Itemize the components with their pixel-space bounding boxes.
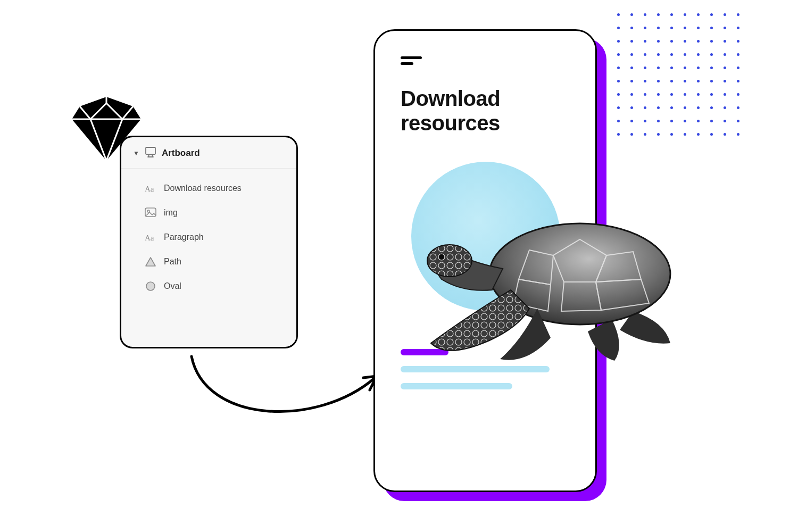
layer-label: Paragraph bbox=[164, 232, 204, 242]
dot-grid-decor bbox=[612, 8, 745, 141]
layer-label: Download resources bbox=[164, 184, 242, 193]
svg-line-5 bbox=[148, 154, 149, 157]
diagram-canvas: ▼ Artboard Aa Download resources bbox=[0, 0, 798, 532]
oval-icon bbox=[145, 280, 156, 292]
svg-rect-3 bbox=[146, 147, 155, 154]
layer-label: img bbox=[164, 208, 178, 218]
text-icon: Aa bbox=[145, 231, 156, 243]
svg-text:Aa: Aa bbox=[145, 185, 154, 193]
layer-item[interactable]: Path bbox=[121, 250, 296, 274]
layer-item[interactable]: Aa Paragraph bbox=[121, 225, 296, 250]
phone-heading: Download resources bbox=[401, 86, 574, 135]
layer-list: Aa Download resources img Aa Paragraph bbox=[121, 169, 296, 298]
artboard-icon bbox=[145, 147, 156, 160]
collapse-chevron-icon[interactable]: ▼ bbox=[133, 149, 139, 157]
layers-panel-header[interactable]: ▼ Artboard bbox=[121, 137, 296, 168]
svg-line-6 bbox=[152, 154, 153, 157]
phone-heading-line1: Download bbox=[401, 87, 500, 110]
image-icon bbox=[145, 207, 156, 219]
layer-item[interactable]: img bbox=[121, 201, 296, 225]
turtle-image bbox=[420, 210, 676, 364]
svg-point-22 bbox=[427, 245, 472, 277]
path-icon bbox=[145, 256, 156, 268]
placeholder-bar bbox=[401, 366, 550, 372]
layer-item[interactable]: Aa Download resources bbox=[121, 176, 296, 201]
phone-heading-line2: resources bbox=[401, 111, 500, 135]
placeholder-bar bbox=[401, 383, 512, 389]
svg-point-12 bbox=[146, 282, 155, 290]
layers-panel: ▼ Artboard Aa Download resources bbox=[120, 136, 298, 348]
hamburger-menu-icon[interactable] bbox=[401, 56, 422, 65]
artboard-label: Artboard bbox=[162, 148, 200, 159]
layer-item[interactable]: Oval bbox=[121, 274, 296, 298]
svg-text:Aa: Aa bbox=[145, 234, 154, 242]
svg-point-9 bbox=[147, 210, 149, 212]
text-icon: Aa bbox=[145, 182, 156, 194]
layer-label: Path bbox=[164, 257, 181, 267]
layer-label: Oval bbox=[164, 281, 181, 291]
svg-marker-11 bbox=[146, 257, 155, 266]
svg-point-23 bbox=[439, 254, 444, 260]
flow-arrow-icon bbox=[184, 348, 386, 434]
